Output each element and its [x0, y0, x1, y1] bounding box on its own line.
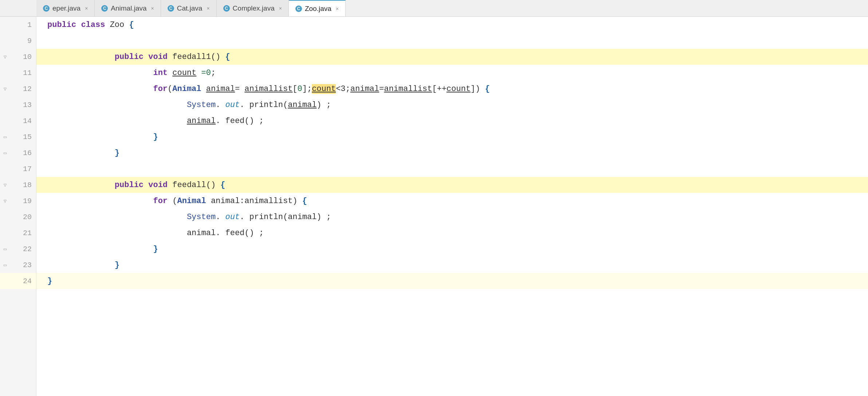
fold-icon-18[interactable]: ▽	[1, 181, 9, 189]
code-line-11: int count =0;	[36, 65, 868, 81]
tab-label-eper: eper.java	[52, 4, 80, 12]
tab-label-cat: Cat.java	[177, 4, 203, 12]
tab-label-animal: Animal.java	[111, 4, 146, 12]
code-line-23: }	[36, 257, 868, 273]
tab-animal[interactable]: C Animal.java ×	[95, 0, 161, 16]
line-num-10: ▽ 10	[0, 49, 36, 65]
fold-icon-16[interactable]: ▭	[1, 149, 9, 157]
code-line-12: for(Animal animal= animallist[0];count<3…	[36, 81, 868, 97]
line-num-23: ▭ 23	[0, 257, 36, 273]
line-num-13: 13	[0, 97, 36, 113]
tab-icon-cat: C	[168, 5, 174, 12]
code-line-1: public class Zoo {	[36, 17, 868, 33]
code-line-21: animal. feed() ;	[36, 225, 868, 241]
line-num-15: ▭ 15	[0, 129, 36, 145]
fold-icon-12[interactable]: ▽	[1, 85, 9, 92]
code-line-14: animal. feed() ;	[36, 113, 868, 129]
line-num-9: 9	[0, 33, 36, 49]
fold-icon-10[interactable]: ▽	[1, 53, 9, 60]
code-area: 1 9 ▽ 10 11 ▽ 12 13	[0, 17, 868, 396]
fold-icon-22[interactable]: ▭	[1, 245, 9, 253]
fold-icon-23[interactable]: ▭	[1, 261, 9, 269]
code-line-19: for (Animal animal:animallist) {	[36, 193, 868, 209]
tab-bar: C eper.java × C Animal.java × C Cat.java…	[0, 0, 868, 17]
line-num-14: 14	[0, 113, 36, 129]
line-num-12: ▽ 12	[0, 81, 36, 97]
code-line-15: }	[36, 129, 868, 145]
line-num-18: ▽ 18	[0, 177, 36, 193]
fold-icon-19[interactable]: ▽	[1, 197, 9, 205]
tab-close-eper[interactable]: ×	[85, 5, 88, 11]
tab-close-cat[interactable]: ×	[207, 5, 209, 11]
line-num-1: 1	[0, 17, 36, 33]
code-line-22: }	[36, 241, 868, 257]
code-line-16: }	[36, 145, 868, 161]
line-num-19: ▽ 19	[0, 193, 36, 209]
tab-close-complex[interactable]: ×	[279, 5, 282, 11]
line-num-22: ▭ 22	[0, 241, 36, 257]
tab-close-animal[interactable]: ×	[151, 5, 154, 11]
tab-cat[interactable]: C Cat.java ×	[161, 0, 217, 16]
tab-complex[interactable]: C Complex.java ×	[217, 0, 289, 16]
fold-icon-15[interactable]: ▭	[1, 133, 9, 140]
line-num-17: 17	[0, 161, 36, 177]
tab-label-zoo: Zoo.java	[305, 5, 331, 13]
line-num-16: ▭ 16	[0, 145, 36, 161]
code-line-20: System. out. println(animal) ;	[36, 209, 868, 225]
code-line-10: public void feedall1() {	[36, 49, 868, 65]
code-line-13: System. out. println(animal) ;	[36, 97, 868, 113]
tab-icon-animal: C	[101, 5, 108, 12]
line-num-21: 21	[0, 225, 36, 241]
line-num-20: 20	[0, 209, 36, 225]
tab-close-zoo[interactable]: ×	[336, 6, 339, 12]
tab-label-complex: Complex.java	[233, 4, 275, 12]
code-line-9	[36, 33, 868, 49]
tab-zoo[interactable]: C Zoo.java ×	[289, 0, 346, 16]
code-line-18: public void feedall() {	[36, 177, 868, 193]
line-numbers: 1 9 ▽ 10 11 ▽ 12 13	[0, 17, 36, 396]
tab-eper[interactable]: C eper.java ×	[36, 0, 95, 16]
line-num-11: 11	[0, 65, 36, 81]
code-line-17	[36, 161, 868, 177]
code-content[interactable]: public class Zoo { public void feedall1(…	[36, 17, 868, 396]
code-lines: public class Zoo { public void feedall1(…	[36, 17, 868, 289]
editor-container: C eper.java × C Animal.java × C Cat.java…	[0, 0, 868, 396]
tab-icon-eper: C	[43, 5, 50, 12]
line-num-24: 24	[0, 273, 36, 289]
tab-icon-complex: C	[223, 5, 230, 12]
tab-icon-zoo: C	[295, 5, 302, 12]
code-line-24: }	[36, 273, 868, 289]
